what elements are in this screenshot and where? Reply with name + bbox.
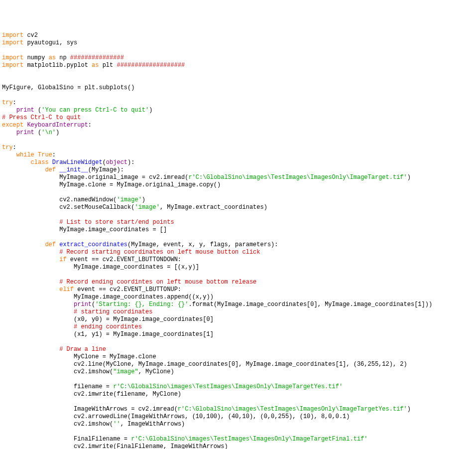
- code-token: [2, 256, 59, 263]
- code-line: class DrawLineWidget(object):: [2, 159, 474, 166]
- code-token: [2, 129, 16, 136]
- code-token: try: [2, 144, 13, 151]
- code-token: cv2.setMouseCallback(: [2, 204, 134, 211]
- code-token: ###################: [117, 62, 185, 69]
- code-token: plt: [99, 62, 117, 69]
- code-token: pyautogui, sys: [23, 39, 77, 46]
- code-token: , MyClone): [138, 368, 174, 375]
- code-token: import: [2, 54, 23, 61]
- code-token: 'Starting: {}, Ending: {}': [95, 301, 188, 308]
- code-line: def __init__(MyImage):: [2, 166, 474, 174]
- code-token: r'C:\GlobalSino\images\TestImages\Images…: [131, 436, 367, 443]
- code-line: MyImage.clone = MyImage.original_image.c…: [2, 181, 474, 189]
- code-token: [49, 159, 52, 166]
- code-token: as: [49, 54, 56, 61]
- code-line: [2, 376, 474, 383]
- code-token: [2, 279, 59, 286]
- code-token: print: [16, 107, 34, 114]
- code-token: [2, 286, 59, 293]
- code-token: 'image': [134, 204, 159, 211]
- code-token: .format(MyImage.image_coordinates[0], My…: [188, 301, 432, 308]
- code-line: [2, 234, 474, 241]
- code-line: import matplotlib.pyplot as plt ########…: [2, 62, 474, 69]
- code-token: ): [407, 406, 411, 413]
- code-token: try: [2, 99, 13, 106]
- code-token: while: [16, 151, 34, 158]
- code-token: numpy: [23, 54, 48, 61]
- code-line: [2, 69, 474, 77]
- code-token: np: [56, 54, 70, 61]
- code-line: import cv2: [2, 32, 474, 39]
- code-token: cv2.line(MyClone, MyImage.image_coordina…: [2, 361, 407, 368]
- code-token: [2, 249, 59, 256]
- code-token: # ending coordintes: [74, 323, 142, 330]
- code-token: (: [34, 129, 41, 136]
- code-line: cv2.imwrite(filename, MyClone): [2, 391, 474, 398]
- code-token: DrawLineWidget: [52, 159, 103, 166]
- code-token: '\n': [41, 129, 56, 136]
- code-token: [2, 346, 59, 353]
- code-block: import cv2import pyautogui, sys import n…: [2, 32, 474, 449]
- code-token: extract_coordinates: [59, 241, 127, 248]
- code-token: object: [106, 159, 127, 166]
- code-line: [2, 189, 474, 196]
- code-token: ):: [127, 159, 134, 166]
- code-token: # starting coordinates: [74, 308, 152, 315]
- code-token: cv2.imshow(: [2, 368, 113, 375]
- code-token: MyImage.original_image = cv2.imread(: [2, 174, 188, 181]
- code-line: elif event == cv2.EVENT_LBUTTONUP:: [2, 286, 474, 294]
- code-line: FinalFilename = r'C:\GlobalSino\images\T…: [2, 436, 474, 443]
- code-token: [34, 151, 38, 158]
- code-token: import: [2, 32, 23, 39]
- code-line: [2, 211, 474, 219]
- code-line: try:: [2, 99, 474, 107]
- code-token: print: [16, 129, 34, 136]
- code-token: MyImage.image_coordinates.append((x,y)): [2, 294, 214, 300]
- code-line: if event == cv2.EVENT_LBUTTONDOWN:: [2, 256, 474, 264]
- code-token: # Record starting coordinates on left mo…: [59, 249, 260, 256]
- code-line: cv2.namedWindow('image'): [2, 196, 474, 204]
- code-token: matplotlib.pyplot: [23, 62, 92, 69]
- code-token: r'C:\GlobalSino\images\TestImages\Images…: [113, 383, 343, 390]
- code-token: MyClone = MyImage.clone: [2, 353, 156, 360]
- code-token: ): [149, 107, 152, 114]
- code-token: MyImage.clone = MyImage.original_image.c…: [2, 181, 221, 188]
- code-line: print ('\n'): [2, 129, 474, 137]
- code-token: # Record ending coordintes on left mouse…: [59, 279, 256, 286]
- code-line: cv2.imwrite(FinalFilename, ImageWithArro…: [2, 443, 474, 449]
- code-line: cv2.setMouseCallback('image', MyImage.ex…: [2, 204, 474, 211]
- code-line: # ending coordintes: [2, 323, 474, 331]
- code-token: ): [142, 196, 145, 203]
- code-token: __init__: [59, 166, 88, 173]
- code-token: "image": [113, 368, 138, 375]
- code-line: print('Starting: {}, Ending: {}'.format(…: [2, 301, 474, 308]
- code-token: ###############: [70, 54, 124, 61]
- code-token: (x1, y1) = MyImage.image_coordinates[1]: [2, 331, 214, 338]
- code-line: MyImage.image_coordinates.append((x,y)): [2, 294, 474, 301]
- code-line: MyImage.image_coordinates = []: [2, 226, 474, 234]
- code-token: [2, 323, 74, 330]
- code-token: filename =: [2, 383, 113, 390]
- code-token: :: [88, 122, 92, 129]
- code-token: :: [13, 144, 16, 151]
- code-token: MyImage.image_coordinates = [(x,y)]: [2, 264, 199, 271]
- code-token: [2, 107, 16, 114]
- code-line: cv2.imshow('', ImageWithArrows): [2, 421, 474, 428]
- code-token: # Draw a line: [59, 346, 106, 353]
- code-token: r'C:\GlobalSino\images\TestImages\Images…: [188, 174, 407, 181]
- code-token: def: [45, 241, 56, 248]
- code-token: event == cv2.EVENT_LBUTTONUP:: [74, 286, 181, 293]
- code-line: import pyautogui, sys: [2, 39, 474, 47]
- code-token: r'C:\GlobalSino\images\TestImages\Images…: [178, 406, 407, 413]
- code-token: # List to store start/end points: [59, 219, 174, 226]
- code-token: as: [92, 62, 99, 69]
- code-line: # Record starting coordinates on left mo…: [2, 249, 474, 256]
- code-line: [2, 47, 474, 54]
- code-token: :: [13, 99, 16, 106]
- code-token: ): [407, 174, 411, 181]
- code-line: (x0, y0) = MyImage.image_coordinates[0]: [2, 316, 474, 323]
- code-token: cv2.imshow(: [2, 421, 113, 428]
- code-token: class: [31, 159, 49, 166]
- code-token: if: [59, 256, 66, 263]
- code-line: # starting coordinates: [2, 308, 474, 316]
